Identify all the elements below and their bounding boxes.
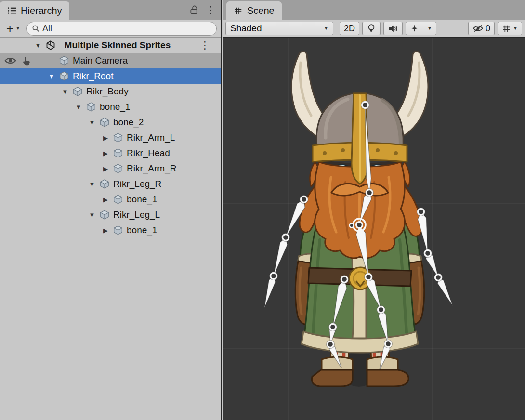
tab-hierarchy[interactable]: Hierarchy (0, 1, 69, 20)
grid-settings-button[interactable]: ▼ (498, 22, 522, 35)
hierarchy-toolbar: + ▼ (0, 20, 221, 38)
hierarchy-item-label: bone_1 (127, 194, 157, 205)
unity-scene-icon (44, 39, 57, 51)
lighting-toggle-button[interactable] (362, 22, 381, 35)
create-object-button[interactable]: + ▼ (4, 22, 23, 35)
cube-icon (112, 163, 124, 174)
scene-tabstrip: Scene (223, 0, 525, 20)
divider (423, 24, 423, 33)
hierarchy-item-label: Main Camera (73, 55, 128, 66)
grid-icon (234, 6, 243, 15)
2d-label: 2D (344, 24, 355, 34)
cube-icon (71, 86, 84, 97)
hierarchy-row[interactable]: ▶ bone_1 (0, 192, 221, 207)
2d-toggle-button[interactable]: 2D (340, 22, 359, 35)
cube-icon (58, 70, 70, 82)
foldout-icon[interactable]: ▶ (99, 196, 112, 203)
hierarchy-item-label: Rikr_Leg_R (113, 179, 161, 189)
hierarchy-panel: Hierarchy ⋮ + ▼ ▼ _Multiple Skinned Spri… (0, 0, 222, 420)
hierarchy-row[interactable]: ▼ Rikr_Body (0, 84, 221, 99)
cube-icon (112, 132, 124, 144)
hierarchy-row[interactable]: ▶ Rikr_Arm_L (0, 130, 221, 145)
foldout-icon[interactable]: ▶ (99, 165, 112, 172)
cube-icon (58, 55, 70, 66)
grid-icon (502, 24, 511, 33)
scene-tab-label: Scene (247, 5, 275, 16)
item-menu-icon[interactable]: ⋮ (200, 39, 210, 51)
foldout-icon[interactable]: ▼ (32, 42, 44, 49)
hierarchy-row[interactable]: ▶ Rikr_Arm_R (0, 161, 221, 176)
hierarchy-item-label: Rikr_Arm_R (127, 163, 176, 174)
hierarchy-item-label: Rikr_Root (73, 71, 113, 81)
cube-icon (112, 194, 124, 205)
foldout-icon[interactable]: ▼ (72, 104, 85, 111)
foldout-icon[interactable]: ▼ (86, 211, 98, 219)
speaker-icon (388, 24, 398, 33)
eye-icon[interactable] (4, 56, 16, 65)
hierarchy-row[interactable]: ▼ bone_1 (0, 99, 221, 115)
hierarchy-item-label: Rikr_Head (127, 148, 170, 158)
hierarchy-row[interactable]: ▶ Rikr_Head (0, 145, 221, 161)
chevron-down-icon: ▼ (513, 26, 518, 31)
cube-icon (98, 117, 111, 128)
audio-toggle-button[interactable] (383, 22, 403, 35)
search-input[interactable] (42, 24, 211, 34)
hierarchy-item-label: Rikr_Leg_L (113, 210, 160, 220)
cube-icon (112, 147, 124, 159)
shading-mode-dropdown[interactable]: Shaded ▼ (225, 22, 333, 35)
scene-toolbar: Shaded ▼ 2D ▼ 0 (223, 20, 525, 38)
hierarchy-item-label: bone_1 (100, 102, 130, 112)
chevron-down-icon: ▼ (427, 26, 432, 31)
lock-icon[interactable] (190, 5, 198, 15)
hierarchy-row[interactable]: ▼ bone_2 (0, 115, 221, 130)
hierarchy-row[interactable]: Main Camera (0, 53, 221, 68)
list-icon (7, 7, 16, 14)
foldout-icon[interactable]: ▼ (86, 119, 98, 126)
cube-icon (98, 178, 111, 190)
hierarchy-item-label: bone_2 (113, 117, 144, 128)
shading-mode-label: Shaded (230, 23, 262, 34)
scene-visibility-button[interactable]: 0 (468, 22, 495, 35)
hierarchy-search[interactable] (26, 22, 217, 36)
scene-viewport[interactable] (223, 38, 525, 420)
scene-panel: Scene Shaded ▼ 2D ▼ (223, 0, 525, 420)
panel-menu-icon[interactable]: ⋮ (206, 5, 216, 15)
hierarchy-item-label: Rikr_Arm_L (127, 132, 175, 143)
hierarchy-row[interactable]: ▼ Rikr_Leg_R (0, 176, 221, 192)
effects-dropdown-button[interactable]: ▼ (406, 22, 436, 35)
search-icon (32, 25, 40, 33)
chevron-down-icon: ▼ (15, 26, 20, 31)
hierarchy-item-label: _Multiple Skinned Sprites (59, 40, 171, 51)
hierarchy-item-label: Rikr_Body (86, 86, 129, 97)
cube-icon (98, 209, 111, 221)
foldout-icon[interactable]: ▶ (99, 134, 112, 142)
hierarchy-tree: ▼ _Multiple Skinned Sprites ⋮ Main Camer… (0, 38, 221, 238)
hand-icon[interactable] (22, 56, 32, 66)
hierarchy-item-label: bone_1 (127, 225, 157, 236)
sparkle-icon (410, 24, 419, 33)
hierarchy-tab-label: Hierarchy (21, 5, 62, 16)
hierarchy-row[interactable]: ▼ Rikr_Root (0, 68, 221, 84)
chevron-down-icon: ▼ (324, 26, 328, 31)
foldout-icon[interactable]: ▶ (99, 227, 112, 234)
hierarchy-row[interactable]: ▼ Rikr_Leg_L (0, 207, 221, 223)
foldout-icon[interactable]: ▼ (45, 73, 58, 80)
cube-icon (112, 224, 124, 236)
foldout-icon[interactable]: ▼ (86, 181, 98, 188)
tab-scene[interactable]: Scene (226, 1, 282, 20)
hierarchy-tabstrip: Hierarchy ⋮ (0, 0, 221, 20)
foldout-icon[interactable]: ▶ (99, 150, 112, 157)
hidden-count: 0 (486, 24, 490, 34)
hierarchy-row[interactable]: ▶ bone_1 (0, 223, 221, 238)
foldout-icon[interactable]: ▼ (59, 88, 71, 95)
eye-hidden-icon (472, 24, 484, 33)
plus-icon: + (6, 22, 13, 35)
lightbulb-icon (367, 23, 376, 34)
hierarchy-row[interactable]: ▼ _Multiple Skinned Sprites ⋮ (0, 38, 221, 53)
cube-icon (85, 101, 97, 113)
